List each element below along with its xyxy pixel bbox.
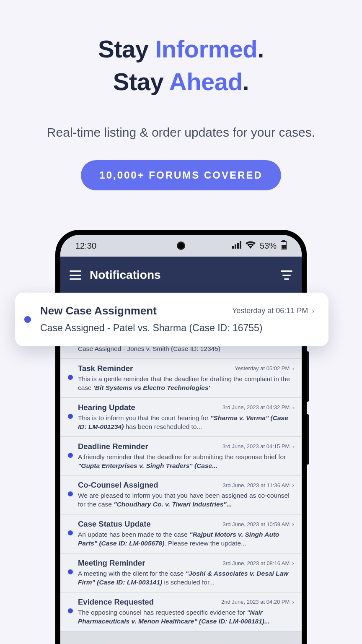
unread-dot	[68, 375, 73, 380]
chevron-right-icon: ›	[292, 482, 294, 488]
menu-icon[interactable]	[70, 270, 81, 280]
chevron-right-icon: ›	[292, 521, 294, 527]
notification-time: 3rd June, 2023 at 04:15 PM›	[222, 443, 294, 450]
notification-time: 3rd June, 2023 at 04:32 PM›	[222, 404, 294, 411]
unread-dot	[68, 569, 73, 574]
notification-title: Hearing Update	[78, 403, 135, 412]
status-time: 12:30	[75, 241, 96, 251]
notification-body: A friendly reminder that the deadline fo…	[78, 453, 294, 470]
battery-pct: 53%	[260, 241, 277, 251]
chevron-right-icon: ›	[292, 443, 294, 450]
chevron-right-icon: ›	[292, 599, 294, 605]
notification-title: Task Reminder	[78, 364, 133, 373]
notification-item[interactable]: Case Status Update 3rd June, 2023 at 10:…	[60, 514, 302, 553]
chevron-right-icon: ›	[292, 404, 294, 411]
notification-time: Yesterday at 05:02 PM›	[235, 365, 294, 372]
notification-body: A meeting with the client for the case "…	[78, 569, 294, 587]
notification-body: The opposing counsel has requested speci…	[78, 608, 294, 626]
hero: Stay Informed. Stay Ahead. Real-time lis…	[0, 0, 362, 190]
notification-title: Case Status Update	[78, 519, 151, 529]
svg-rect-0	[232, 246, 234, 249]
notification-body: An update has been made to the case "Raj…	[78, 530, 294, 548]
phone-mock: 12:30 53% Notifications	[55, 230, 307, 644]
unread-dot	[68, 491, 73, 496]
battery-icon	[281, 240, 287, 252]
wifi-icon	[246, 241, 256, 251]
chevron-right-icon: ›	[312, 308, 314, 314]
unread-dot	[68, 530, 73, 535]
hero-subtitle: Real-time listing & order updates for yo…	[0, 122, 362, 143]
notification-time: 2nd June, 2023 at 04:20 PM›	[221, 599, 294, 605]
hero-title: Stay Informed. Stay Ahead.	[0, 33, 362, 99]
notification-item[interactable]: Evidence Requested 2nd June, 2023 at 04:…	[60, 592, 302, 631]
notification-title: Meeting Reminder	[78, 558, 145, 568]
unread-dot	[68, 414, 73, 419]
notification-body: This is a gentle reminder that the deadl…	[78, 375, 294, 392]
unread-dot	[68, 453, 73, 458]
unread-dot	[24, 316, 31, 323]
notification-title: Deadline Reminder	[78, 442, 148, 451]
app-header: Notifications	[60, 257, 302, 293]
forums-badge: 10,000+ FORUMS COVERED	[81, 160, 281, 190]
notification-time: 3rd June, 2023 at 08:16 AM›	[223, 560, 294, 566]
notification-title: New Case Assignment	[40, 304, 157, 317]
notification-item[interactable]: Meeting Reminder 3rd June, 2023 at 08:16…	[60, 553, 302, 592]
highlight-notification[interactable]: New Case Assignment Yesterday at 06:11 P…	[15, 293, 328, 346]
notification-time: 3rd June, 2023 at 11:36 AM›	[223, 482, 294, 488]
notification-body: Case Assigned - Patel vs. Sharma (Case I…	[40, 322, 314, 334]
svg-rect-6	[282, 245, 286, 249]
notification-item[interactable]: Hearing Update 3rd June, 2023 at 04:32 P…	[60, 398, 302, 437]
notification-body: We are pleased to inform you that you ha…	[78, 491, 294, 509]
unread-dot	[68, 608, 73, 613]
notification-item[interactable]: Task Reminder Yesterday at 05:02 PM› Thi…	[60, 359, 302, 398]
notification-time: 3rd June, 2023 at 10:59 AM›	[223, 521, 294, 527]
notification-item[interactable]: Co-Counsel Assigned 3rd June, 2023 at 11…	[60, 475, 302, 514]
chevron-right-icon: ›	[292, 560, 294, 566]
app-header-title: Notifications	[90, 268, 272, 282]
svg-rect-1	[235, 244, 236, 249]
filter-icon[interactable]	[281, 270, 292, 280]
notification-title: Evidence Requested	[78, 597, 154, 607]
chevron-right-icon: ›	[292, 365, 294, 372]
signal-icon	[232, 241, 241, 251]
notification-time: Yesterday at 06:11 PM ›	[232, 306, 314, 315]
notification-title: Co-Counsel Assigned	[78, 480, 158, 490]
notification-body: This is to inform you that the court hea…	[78, 414, 294, 431]
svg-rect-3	[240, 241, 241, 249]
camera-dot	[177, 242, 185, 250]
svg-rect-2	[237, 243, 239, 249]
notification-item[interactable]: Deadline Reminder 3rd June, 2023 at 04:1…	[60, 437, 302, 476]
